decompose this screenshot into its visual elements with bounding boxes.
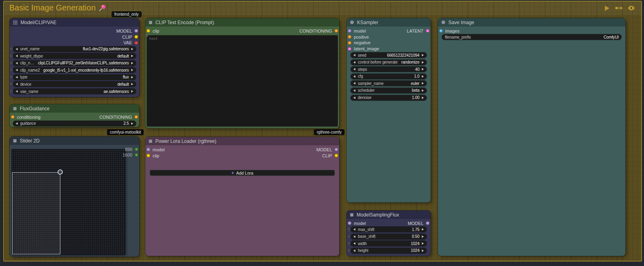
node-clip-text-encode[interactable]: CLIP Text Encode (Prompt) clip CONDITION… <box>145 18 339 128</box>
widget-input-socket[interactable] <box>10 90 12 92</box>
decrement-arrow-icon[interactable] <box>353 75 355 78</box>
input-socket-clip[interactable] <box>147 154 150 157</box>
increment-arrow-icon[interactable] <box>131 76 133 78</box>
node-ksampler[interactable]: KSampler model LATENT positiv <box>347 18 431 202</box>
node-power-lora-loader[interactable]: Power Lora Loader (rgthree) model MODEL <box>145 137 339 256</box>
widget-input-socket[interactable] <box>348 235 350 237</box>
input-socket-positive[interactable] <box>348 35 351 39</box>
node-model-sampling-flux[interactable]: ModelSamplingFlux model MODEL <box>347 210 431 256</box>
input-socket-clip[interactable] <box>147 29 150 33</box>
increment-arrow-icon[interactable] <box>131 55 133 57</box>
increment-arrow-icon[interactable] <box>422 228 424 231</box>
slider-handle[interactable] <box>58 169 63 175</box>
widget-max-shift[interactable]: max_shift 1.75 <box>351 227 427 232</box>
increment-arrow-icon[interactable] <box>422 250 424 252</box>
slider-selection-rect[interactable] <box>12 172 60 254</box>
widget-device[interactable]: device default <box>13 81 136 87</box>
increment-arrow-icon[interactable] <box>422 97 424 99</box>
widget-input-socket[interactable] <box>348 228 350 230</box>
decrement-arrow-icon[interactable] <box>16 76 18 78</box>
increment-arrow-icon[interactable] <box>422 75 424 78</box>
increment-arrow-icon[interactable] <box>422 54 424 56</box>
group-basic-image-generation[interactable]: Basic Image Generation <box>3 1 642 262</box>
node-model-clip-vae-header[interactable]: Model/CLIP/VAE <box>10 18 139 27</box>
increment-arrow-icon[interactable] <box>131 90 133 93</box>
decrement-arrow-icon[interactable] <box>16 122 18 125</box>
widget-input-socket[interactable] <box>348 250 350 252</box>
increment-arrow-icon[interactable] <box>131 83 133 85</box>
input-socket-images[interactable] <box>439 29 443 33</box>
decrement-arrow-icon[interactable] <box>353 61 355 64</box>
output-socket-model[interactable] <box>334 148 338 151</box>
node-save-image-header[interactable]: Save Image <box>438 18 625 27</box>
decrement-arrow-icon[interactable] <box>16 55 18 57</box>
widget-base-shift[interactable]: base_shift 0.50 <box>351 234 427 239</box>
widget-input-socket[interactable] <box>10 48 12 50</box>
increment-arrow-icon[interactable] <box>422 82 424 85</box>
output-socket-model[interactable] <box>134 29 138 33</box>
decrement-arrow-icon[interactable] <box>353 82 355 85</box>
slider-2d-pad[interactable] <box>12 149 125 255</box>
output-socket-vae[interactable] <box>134 41 138 45</box>
widget-sampler-name[interactable]: sampler_name euler <box>351 80 427 86</box>
increment-arrow-icon[interactable] <box>422 89 424 92</box>
output-socket-conditioning[interactable] <box>134 115 138 119</box>
widget-height[interactable]: height 1024 <box>351 248 427 254</box>
widget-seed[interactable]: seed 666512322421094 <box>351 52 427 58</box>
widget-input-socket[interactable] <box>10 76 12 78</box>
widget-input-socket[interactable] <box>10 122 12 124</box>
decrement-arrow-icon[interactable] <box>16 83 18 85</box>
output-socket-clip[interactable] <box>334 154 338 157</box>
node-slider-2d[interactable]: Slider 2D 896 1600 <box>10 136 139 257</box>
widget-weight-dtype[interactable]: weight_dtype default <box>13 53 136 59</box>
decrement-arrow-icon[interactable] <box>353 97 355 99</box>
increment-arrow-icon[interactable] <box>422 68 424 70</box>
decrement-arrow-icon[interactable] <box>16 48 18 50</box>
prompt-textarea[interactable]: text <box>147 35 338 126</box>
increment-arrow-icon[interactable] <box>422 235 424 238</box>
node-model-sampling-flux-header[interactable]: ModelSamplingFlux <box>347 210 431 219</box>
node-clip-text-encode-header[interactable]: CLIP Text Encode (Prompt) <box>145 18 339 27</box>
node-ksampler-header[interactable]: KSampler <box>347 18 431 27</box>
node-slider-2d-header[interactable]: Slider 2D <box>10 136 139 145</box>
output-socket-latent[interactable] <box>426 29 429 33</box>
decrement-arrow-icon[interactable] <box>353 235 355 238</box>
increment-arrow-icon[interactable] <box>131 48 133 50</box>
widget-denoise[interactable]: denoise 1.00 <box>351 95 427 101</box>
widget-filename-prefix[interactable]: filename_prefix ComfyUI <box>442 34 621 40</box>
widget-unet-name[interactable]: unet_name flux1-dev22gig.safetensors <box>13 46 136 52</box>
decrement-arrow-icon[interactable] <box>353 250 355 252</box>
input-socket-negative[interactable] <box>348 41 351 45</box>
widget-input-socket[interactable] <box>10 83 12 85</box>
widget-guidance[interactable]: guidance 2.5 <box>13 121 136 126</box>
input-socket-model[interactable] <box>348 221 351 225</box>
node-save-image[interactable]: Save Image images filename_prefix ComfyU… <box>438 18 625 256</box>
widget-scheduler[interactable]: scheduler beta <box>351 88 427 93</box>
widget-vae-name[interactable]: vae_name ae.safetensors <box>13 89 136 94</box>
increment-arrow-icon[interactable] <box>422 242 424 245</box>
input-socket-latent-image[interactable] <box>348 47 351 51</box>
widget-input-socket[interactable] <box>348 242 350 244</box>
eye-visibility-icon[interactable] <box>627 4 636 12</box>
widget-clip-name2[interactable]: clip_name2 google_t5-v1_1-xxl_encoderonl… <box>13 67 136 73</box>
node-model-clip-vae[interactable]: Model/CLIP/VAE MODEL CLIP <box>10 18 139 97</box>
increment-arrow-icon[interactable] <box>422 61 424 64</box>
widget-steps[interactable]: steps 40 <box>351 66 427 72</box>
decrement-arrow-icon[interactable] <box>16 62 18 64</box>
output-socket-int[interactable] <box>135 153 138 157</box>
node-power-lora-loader-header[interactable]: Power Lora Loader (rgthree) <box>145 137 339 145</box>
decrement-arrow-icon[interactable] <box>353 68 355 70</box>
widget-control-before-generate[interactable]: control before generate randomize <box>351 60 427 65</box>
increment-arrow-icon[interactable] <box>131 69 133 71</box>
decrement-arrow-icon[interactable] <box>353 242 355 245</box>
widget-clip-name1[interactable]: clip_name1 clipLCLIPGFullFP32_zer0intVis… <box>13 60 136 66</box>
output-socket-int[interactable] <box>135 148 138 151</box>
widget-width[interactable]: width 1024 <box>351 241 427 246</box>
decrement-arrow-icon[interactable] <box>16 69 18 71</box>
text-widget-input-socket[interactable] <box>146 35 148 37</box>
input-socket-conditioning[interactable] <box>11 115 14 119</box>
node-flux-guidance-header[interactable]: FluxGuidance <box>10 104 139 113</box>
increment-arrow-icon[interactable] <box>131 62 133 64</box>
output-socket-model[interactable] <box>426 221 429 225</box>
output-socket-clip[interactable] <box>134 35 138 39</box>
